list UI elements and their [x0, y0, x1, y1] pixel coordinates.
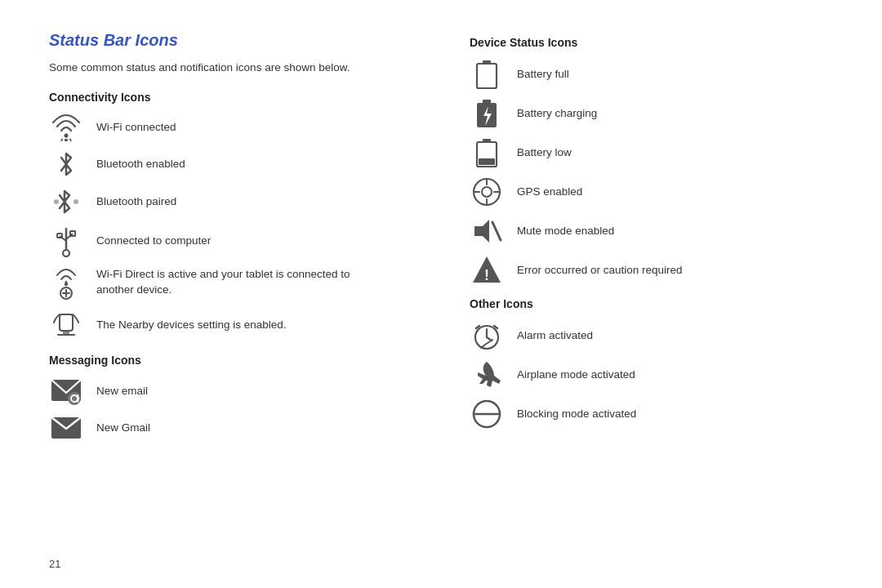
svg-point-3 — [74, 199, 78, 204]
nearby-label: The Nearby devices setting is enabled. — [96, 318, 287, 333]
page: Status Bar Icons Some common status and … — [0, 0, 882, 588]
svg-rect-28 — [479, 158, 495, 165]
battery-full-icon — [470, 59, 504, 90]
nearby-icon — [49, 308, 83, 342]
gps-label: GPS enabled — [517, 185, 582, 200]
list-item: Bluetooth enabled — [49, 149, 421, 179]
svg-rect-27 — [483, 139, 491, 143]
mute-label: Mute mode enabled — [517, 224, 614, 239]
bluetooth-icon — [49, 149, 83, 179]
page-title: Status Bar Icons — [49, 31, 421, 50]
alarm-icon — [470, 320, 504, 351]
svg-point-9 — [63, 250, 69, 256]
messaging-heading: Messaging Icons — [49, 354, 421, 367]
mute-icon — [470, 216, 504, 247]
wifi-direct-icon — [49, 265, 83, 300]
svg-rect-21 — [477, 64, 497, 88]
svg-point-2 — [54, 199, 59, 204]
list-item: New Gmail — [49, 414, 421, 442]
connectivity-heading: Connectivity Icons — [49, 91, 421, 104]
email-icon — [49, 376, 83, 406]
battery-charging-icon — [470, 98, 504, 129]
page-number: 21 — [49, 558, 60, 570]
list-item: Mute mode enabled — [470, 216, 841, 247]
list-item: Battery full — [470, 59, 841, 90]
list-item: Wi-Fi connected — [49, 114, 421, 141]
list-item: Blocking mode activated — [470, 399, 841, 430]
airplane-label: Airplane mode activated — [517, 368, 635, 383]
svg-point-0 — [65, 134, 69, 138]
list-item: ! Error occurred or caution required — [470, 255, 841, 286]
right-column: Device Status Icons Battery full Battery… — [453, 31, 841, 564]
wifi-icon — [49, 114, 83, 141]
error-icon: ! — [470, 255, 504, 286]
svg-marker-35 — [474, 220, 489, 243]
gps-icon — [470, 176, 504, 207]
battery-low-icon — [470, 137, 504, 168]
alarm-label: Alarm activated — [517, 328, 593, 344]
list-item: Wi-Fi Direct is active and your tablet i… — [49, 265, 421, 300]
battery-charging-label: Battery charging — [517, 106, 597, 122]
list-item: Connected to computer — [49, 225, 421, 257]
svg-point-30 — [482, 187, 492, 197]
svg-text:!: ! — [484, 267, 489, 283]
error-label: Error occurred or caution required — [517, 263, 683, 278]
wifi-direct-label: Wi-Fi Direct is active and your tablet i… — [96, 267, 374, 298]
svg-rect-22 — [483, 60, 491, 65]
other-icons-heading: Other Icons — [470, 297, 841, 310]
gmail-icon — [49, 414, 83, 442]
list-item: New email — [49, 376, 421, 406]
intro-text: Some common status and notification icon… — [49, 60, 376, 76]
svg-point-10 — [65, 283, 68, 286]
list-item: Battery charging — [470, 98, 841, 129]
svg-rect-7 — [57, 234, 62, 238]
airplane-icon — [470, 359, 504, 390]
svg-rect-1 — [65, 139, 68, 141]
bluetooth-label: Bluetooth enabled — [96, 157, 185, 172]
usb-icon — [49, 225, 83, 257]
wifi-label: Wi-Fi connected — [96, 120, 176, 136]
blocking-icon — [470, 399, 504, 430]
left-column: Status Bar Icons Some common status and … — [49, 31, 453, 564]
device-status-heading: Device Status Icons — [470, 36, 841, 49]
list-item: Battery low — [470, 137, 841, 168]
list-item: GPS enabled — [470, 176, 841, 207]
battery-full-label: Battery full — [517, 67, 569, 82]
svg-line-36 — [492, 222, 501, 240]
battery-low-label: Battery low — [517, 145, 572, 161]
bluetooth-paired-label: Bluetooth paired — [96, 194, 176, 210]
email-label: New email — [96, 384, 148, 399]
svg-rect-14 — [60, 314, 73, 331]
list-item: Airplane mode activated — [470, 359, 841, 390]
bluetooth-paired-icon — [49, 187, 83, 216]
list-item: The Nearby devices setting is enabled. — [49, 308, 421, 342]
list-item: Bluetooth paired — [49, 187, 421, 216]
gmail-label: New Gmail — [96, 421, 150, 436]
blocking-label: Blocking mode activated — [517, 407, 636, 422]
svg-rect-24 — [483, 100, 491, 104]
list-item: Alarm activated — [470, 320, 841, 351]
usb-label: Connected to computer — [96, 234, 211, 249]
